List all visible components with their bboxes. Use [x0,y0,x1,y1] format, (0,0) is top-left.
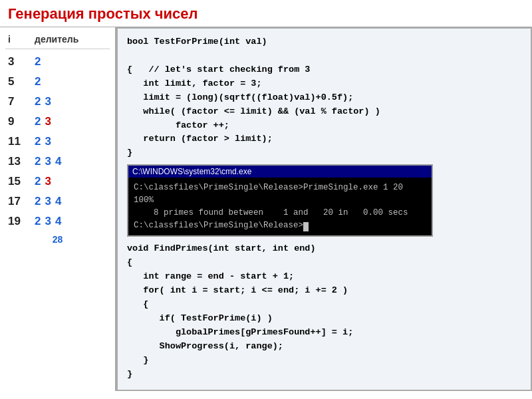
divisor-value: 2 [35,195,41,208]
row-i: 9 [8,115,24,128]
table-row: 17234 [5,192,110,211]
divisor-value: 2 [35,155,41,168]
row-divisors: 234 [35,215,61,228]
table-row: 1123 [5,132,110,152]
code-block-top: bool TestForPrime(int val) { // let's st… [127,35,521,160]
table-row: 52 [5,72,110,92]
cmd-titlebar: C:\WINDOWS\system32\cmd.exe [128,166,432,178]
divisor-value: 2 [35,55,41,68]
divisor-value: 3 [45,95,51,108]
row-divisors: 23 [35,175,51,188]
left-panel: i делитель 32527239231123132341523172341… [0,27,116,391]
bottom-number: 28 [5,231,110,245]
row-i: 19 [8,215,24,228]
divisor-value: 3 [45,155,51,168]
divisor-value: 4 [55,195,61,208]
divisor-value: 3 [45,175,51,188]
row-divisors: 234 [35,155,61,168]
row-divisors: 2 [35,55,41,68]
cmd-line2: 100% [134,196,154,205]
divisor-value: 3 [45,195,51,208]
cmd-title-text: C:\WINDOWS\system32\cmd.exe [132,167,251,176]
divisor-value: 2 [35,215,41,228]
divisor-value: 2 [35,135,41,148]
row-divisors: 23 [35,115,51,128]
row-i: 3 [8,55,24,68]
divisor-value: 3 [45,115,51,128]
divisor-value: 3 [45,215,51,228]
header-i: i [8,34,21,45]
cmd-line1: C:\classfiles\PrimeSingle\Release>PrimeS… [134,183,403,192]
row-divisors: 23 [35,135,51,148]
cmd-body: C:\classfiles\PrimeSingle\Release>PrimeS… [128,178,432,235]
cursor [303,222,309,231]
row-i: 13 [8,155,24,168]
table-header: i делитель [5,27,110,49]
divisor-value: 4 [55,215,61,228]
divisor-value: 2 [35,75,41,88]
row-i: 17 [8,195,24,208]
cmd-line3: 8 primes found between 1 and 20 in 0.00 … [134,208,408,217]
row-i: 5 [8,75,24,88]
table-row: 923 [5,112,110,132]
cmd-window: C:\WINDOWS\system32\cmd.exe C:\classfile… [127,164,433,237]
divisor-value: 4 [55,155,61,168]
page-title: Генерация простых чисел [0,0,532,27]
divisor-value: 2 [35,95,41,108]
divisor-value: 2 [35,115,41,128]
table-row: 1523 [5,172,110,192]
cmd-line4: C:\classfiles\PrimeSingle\Release> [134,221,303,230]
header-divisor: делитель [35,34,78,45]
row-divisors: 234 [35,195,61,208]
table-row: 723 [5,92,110,112]
row-divisors: 2 [35,75,41,88]
table-row: 13234 [5,152,110,172]
divisor-value: 3 [45,135,51,148]
divisor-value: 2 [35,175,41,188]
row-i: 15 [8,175,24,188]
data-rows: 325272392311231323415231723419234 [5,52,110,231]
code-block-bottom: void FindPrimes(int start, int end) { in… [127,242,521,381]
row-i: 7 [8,95,24,108]
row-divisors: 23 [35,95,51,108]
row-i: 11 [8,135,24,148]
right-panel: bool TestForPrime(int val) { // let's st… [116,27,532,391]
table-row: 32 [5,52,110,72]
table-row: 19234 [5,211,110,231]
